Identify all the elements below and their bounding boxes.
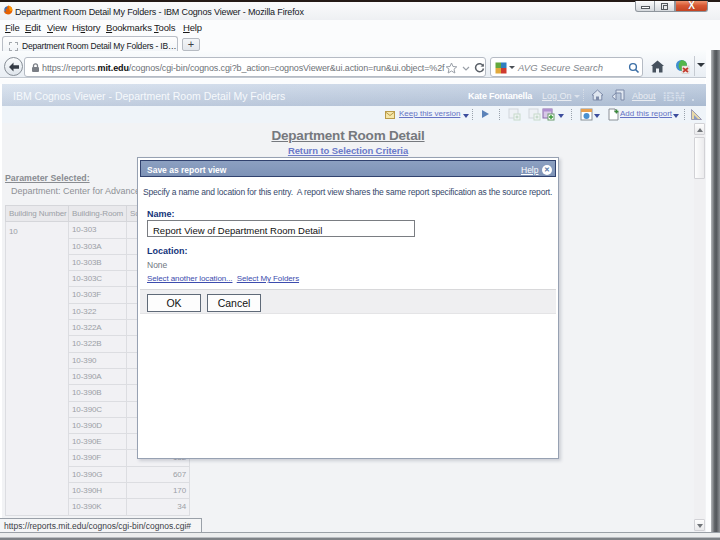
svg-text:IBM: IBM: [663, 90, 685, 103]
